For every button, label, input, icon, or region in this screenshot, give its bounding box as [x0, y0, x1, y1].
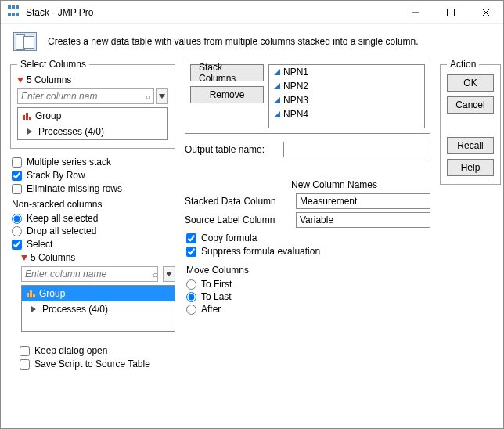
svg-rect-9	[27, 293, 29, 297]
stacked-item[interactable]: NPN1	[269, 65, 424, 79]
continuous-icon	[274, 111, 280, 117]
svg-marker-8	[166, 272, 172, 276]
nominal-icon	[23, 112, 32, 120]
eliminate-missing-label: Eliminate missing rows	[27, 183, 122, 194]
titlebar: Stack - JMP Pro	[1, 1, 503, 24]
multiple-series-label: Multiple series stack	[27, 157, 111, 168]
ns-column-item-processes[interactable]: Processes (4/0)	[22, 301, 175, 317]
copy-formula-label: Copy formula	[201, 233, 257, 243]
cancel-button[interactable]: Cancel	[447, 96, 494, 114]
output-table-label: Output table name:	[185, 144, 279, 155]
remove-button[interactable]: Remove	[190, 86, 264, 103]
stacked-item[interactable]: NPN4	[269, 107, 424, 121]
maximize-button[interactable]	[433, 1, 468, 24]
stacked-data-input[interactable]	[296, 193, 430, 209]
keep-dialog-checkbox[interactable]	[20, 346, 30, 356]
select-columns-list[interactable]: Group Processes (4/0)	[17, 107, 168, 140]
stacked-label: NPN1	[283, 67, 308, 78]
ns-column-label: Group	[39, 288, 65, 299]
action-legend: Action	[447, 59, 479, 70]
non-stacked-list[interactable]: Group Processes (4/0)	[21, 285, 175, 332]
eliminate-missing-checkbox[interactable]	[12, 184, 22, 194]
action-group: Action OK Cancel Recall Help	[440, 59, 501, 185]
non-stacked-disclosure[interactable]: 5 Columns	[21, 252, 175, 263]
description-text: Creates a new data table with values fro…	[48, 35, 419, 48]
source-label-label: Source Label Column	[185, 214, 291, 225]
svg-rect-6	[26, 113, 28, 120]
search-icon: ⌕	[153, 269, 158, 279]
source-label-input[interactable]	[296, 212, 430, 228]
to-last-radio[interactable]	[186, 292, 196, 302]
stack-by-row-checkbox[interactable]	[12, 171, 22, 181]
expand-icon	[27, 128, 32, 135]
help-button[interactable]: Help	[447, 159, 494, 176]
stack-by-row-label: Stack By Row	[27, 170, 85, 181]
stack-columns-list[interactable]: NPN1 NPN2 NPN3 NPN4	[268, 64, 425, 128]
after-label: After	[201, 304, 221, 315]
copy-formula-checkbox[interactable]	[186, 233, 196, 243]
svg-marker-4	[159, 94, 165, 99]
continuous-icon	[274, 69, 280, 75]
stacked-item[interactable]: NPN2	[269, 79, 424, 93]
select-columns-legend: Select Columns	[17, 59, 89, 70]
close-button[interactable]	[468, 1, 503, 24]
keep-dialog-label: Keep dialog open	[34, 345, 107, 356]
to-first-radio[interactable]	[186, 279, 196, 290]
window-title: Stack - JMP Pro	[26, 7, 398, 18]
select-columns-count: 5 Columns	[27, 74, 71, 85]
keep-all-radio[interactable]	[12, 214, 22, 224]
ns-column-item-group[interactable]: Group	[22, 286, 175, 301]
select-columns-group: Select Columns 5 Columns ⌕ Group	[10, 59, 175, 149]
stacked-data-label: Stacked Data Column	[185, 196, 291, 207]
stacked-label: NPN2	[283, 81, 308, 92]
non-stacked-label: Non-stacked columns	[12, 199, 175, 210]
column-item-group[interactable]: Group	[18, 108, 167, 124]
column-item-processes[interactable]: Processes (4/0)	[18, 124, 167, 139]
stacked-label: NPN4	[283, 109, 308, 120]
save-script-label: Save Script to Source Table	[34, 359, 150, 370]
dialog-description: Creates a new data table with values fro…	[1, 24, 503, 59]
suppress-formula-label: Suppress formula evaluation	[201, 246, 320, 257]
app-icon	[7, 5, 21, 20]
stack-columns-button[interactable]: Stack Columns	[190, 64, 264, 81]
non-stacked-search[interactable]	[21, 266, 158, 282]
non-stacked-filter-menu[interactable]	[163, 266, 175, 282]
continuous-icon	[274, 97, 280, 103]
continuous-icon	[274, 83, 280, 89]
to-first-label: To First	[201, 279, 232, 290]
multiple-series-checkbox[interactable]	[12, 157, 22, 168]
select-columns-filter-menu[interactable]	[156, 88, 168, 104]
select-checkbox[interactable]	[12, 240, 22, 250]
disclosure-icon	[21, 255, 27, 261]
svg-rect-5	[23, 115, 25, 120]
output-table-input[interactable]	[283, 142, 430, 157]
ok-button[interactable]: OK	[447, 74, 494, 92]
disclosure-icon	[17, 78, 23, 83]
stack-columns-area: Stack Columns Remove NPN1 NPN2 NPN3 NPN4	[185, 59, 430, 134]
suppress-formula-checkbox[interactable]	[186, 247, 196, 257]
drop-all-radio[interactable]	[12, 226, 22, 236]
recall-button[interactable]: Recall	[447, 137, 494, 154]
to-last-label: To Last	[201, 291, 232, 302]
nominal-icon	[27, 290, 36, 297]
select-columns-disclosure[interactable]: 5 Columns	[17, 74, 168, 85]
stacked-label: NPN3	[283, 95, 308, 106]
minimize-button[interactable]	[398, 1, 433, 24]
keep-all-label: Keep all selected	[27, 213, 98, 224]
non-stacked-count: 5 Columns	[31, 252, 75, 263]
save-script-checkbox[interactable]	[20, 359, 30, 370]
stack-icon	[13, 32, 37, 51]
ns-column-label: Processes (4/0)	[42, 304, 108, 315]
svg-rect-1	[447, 9, 454, 16]
svg-rect-11	[33, 294, 35, 297]
select-label: Select	[27, 239, 52, 250]
after-radio[interactable]	[186, 305, 196, 315]
move-columns-label: Move Columns	[186, 265, 430, 276]
expand-icon	[31, 306, 36, 312]
select-columns-search[interactable]	[17, 88, 154, 104]
column-label: Group	[35, 110, 61, 121]
stacked-item[interactable]: NPN3	[269, 93, 424, 107]
new-column-names-label: New Column Names	[291, 179, 430, 190]
drop-all-label: Drop all selected	[27, 225, 96, 236]
search-icon: ⌕	[146, 92, 151, 101]
